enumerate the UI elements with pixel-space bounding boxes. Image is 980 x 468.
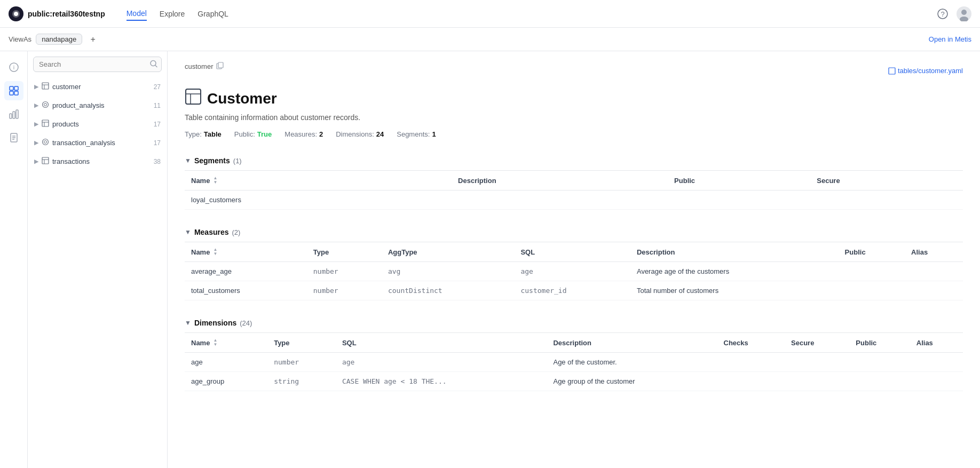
- svg-point-31: [44, 141, 47, 144]
- dimensions-section: ▼ Dimensions (24) Name ▲▼ Type SQL: [185, 313, 963, 391]
- dim-type: string: [267, 372, 336, 391]
- col-sql: SQL: [514, 242, 630, 262]
- chevron-icon: ▶: [34, 121, 38, 128]
- tree-item-product-analysis[interactable]: ▶ product_analysis 11: [28, 96, 167, 115]
- segments-chevron-icon: ▼: [185, 157, 191, 164]
- tab-model[interactable]: Model: [127, 7, 147, 21]
- measure-name: total_customers: [185, 281, 307, 300]
- tree-item-transaction-analysis[interactable]: ▶ transaction_analysis 17: [28, 133, 167, 152]
- viewas-add-button[interactable]: +: [86, 33, 99, 46]
- tree-item-label: product_analysis: [52, 101, 151, 109]
- table-icon: [42, 82, 49, 91]
- brand-name: public:retail360testnp: [28, 10, 105, 18]
- col-public: Public: [849, 333, 910, 353]
- tree-item-count: 17: [154, 139, 161, 147]
- copy-icon[interactable]: [216, 62, 224, 71]
- col-secure: Secure: [810, 171, 963, 191]
- tree-item-count: 17: [154, 121, 161, 128]
- measure-alias: [905, 262, 963, 281]
- search-icon: [150, 60, 157, 69]
- cube-icon: [42, 138, 49, 147]
- segments-section: ▼ Segments (1) Name ▲▼ Description Pub: [185, 151, 963, 210]
- svg-rect-10: [14, 86, 18, 90]
- meta-row: Type: Table Public: True Measures: 2 Dim…: [185, 130, 963, 138]
- dim-public: [849, 353, 910, 372]
- search-box: [33, 57, 162, 72]
- measure-public: [839, 262, 905, 281]
- col-type: Type: [307, 242, 382, 262]
- meta-measures: Measures: 2: [284, 130, 323, 138]
- viewas-label: ViewAs: [9, 35, 31, 43]
- meta-measures-value: 2: [319, 130, 323, 138]
- table-row: total_customers number countDistinct cus…: [185, 281, 963, 300]
- meta-segments: Segments: 1: [397, 130, 436, 138]
- dim-description: Age group of the customer: [547, 372, 717, 391]
- sidebar-icon-doc[interactable]: [4, 128, 23, 147]
- tree-item-label: customer: [52, 83, 151, 91]
- segments-title: Segments: [194, 156, 230, 165]
- col-alias: Alias: [910, 333, 963, 353]
- user-avatar[interactable]: [957, 6, 971, 21]
- help-icon[interactable]: ?: [935, 6, 950, 21]
- measures-count: (2): [232, 228, 240, 236]
- tree-item-transactions[interactable]: ▶ transactions 38: [28, 152, 167, 171]
- dim-public: [849, 372, 910, 391]
- search-input[interactable]: [33, 57, 162, 72]
- col-public: Public: [668, 171, 810, 191]
- table-icon: [42, 120, 49, 129]
- svg-rect-36: [218, 62, 223, 68]
- meta-public-label: Public:: [234, 130, 255, 138]
- sidebar-icon-model[interactable]: [4, 81, 23, 100]
- open-metis-link[interactable]: Open in Metis: [929, 35, 971, 43]
- tree-item-label: products: [52, 120, 151, 128]
- svg-point-30: [43, 139, 49, 145]
- tab-explore[interactable]: Explore: [160, 7, 185, 20]
- svg-rect-9: [10, 86, 13, 90]
- meta-dimensions-label: Dimensions:: [336, 130, 374, 138]
- meta-segments-label: Segments:: [397, 130, 430, 138]
- measures-chevron-icon: ▼: [185, 228, 191, 236]
- dim-checks: [717, 353, 785, 372]
- svg-point-5: [961, 10, 967, 15]
- col-sql: SQL: [336, 333, 547, 353]
- dim-description: Age of the customer.: [547, 353, 717, 372]
- dimensions-header[interactable]: ▼ Dimensions (24): [185, 313, 963, 333]
- tab-graphql[interactable]: GraphQL: [197, 7, 228, 20]
- measures-header[interactable]: ▼ Measures (2): [185, 223, 963, 242]
- svg-rect-13: [10, 114, 12, 118]
- entity-description: Table containing information about custo…: [185, 113, 963, 122]
- measures-title: Measures: [194, 228, 229, 236]
- table-row: age number age Age of the customer.: [185, 353, 963, 372]
- measure-type: number: [307, 281, 382, 300]
- segment-name: loyal_customers: [185, 191, 452, 210]
- measure-alias: [905, 281, 963, 300]
- sidebar-icon-chart[interactable]: [4, 105, 23, 124]
- col-name: Name ▲▼: [185, 242, 307, 262]
- sort-icon: ▲▼: [213, 338, 217, 347]
- sidebar-icon-info[interactable]: i: [4, 58, 23, 77]
- segments-header[interactable]: ▼ Segments (1): [185, 151, 963, 171]
- file-link[interactable]: tables/customer.yaml: [888, 67, 963, 75]
- tree-item-label: transactions: [52, 157, 151, 165]
- brand-icon: [9, 6, 23, 21]
- meta-segments-value: 1: [432, 130, 436, 138]
- dim-sql: CASE WHEN age < 18 THE...: [336, 372, 547, 391]
- dim-type: number: [267, 353, 336, 372]
- table-row: age_group string CASE WHEN age < 18 THE.…: [185, 372, 963, 391]
- viewas-tag[interactable]: nandapage: [36, 34, 82, 45]
- meta-public-value: True: [257, 130, 272, 138]
- icon-sidebar: i: [0, 51, 28, 468]
- svg-rect-27: [42, 120, 49, 126]
- dim-alias: [910, 353, 963, 372]
- svg-text:i: i: [13, 64, 14, 70]
- measure-type: number: [307, 262, 382, 281]
- tree-item-products[interactable]: ▶ products 17: [28, 115, 167, 133]
- col-public: Public: [839, 242, 905, 262]
- sort-icon: ▲▼: [213, 176, 217, 185]
- tree-item-customer[interactable]: ▶ customer 27: [28, 77, 167, 96]
- viewas-bar: ViewAs nandapage + Open in Metis: [0, 28, 980, 51]
- svg-rect-12: [14, 91, 18, 95]
- dim-secure: [785, 353, 849, 372]
- svg-rect-14: [13, 112, 15, 118]
- col-secure: Secure: [785, 333, 849, 353]
